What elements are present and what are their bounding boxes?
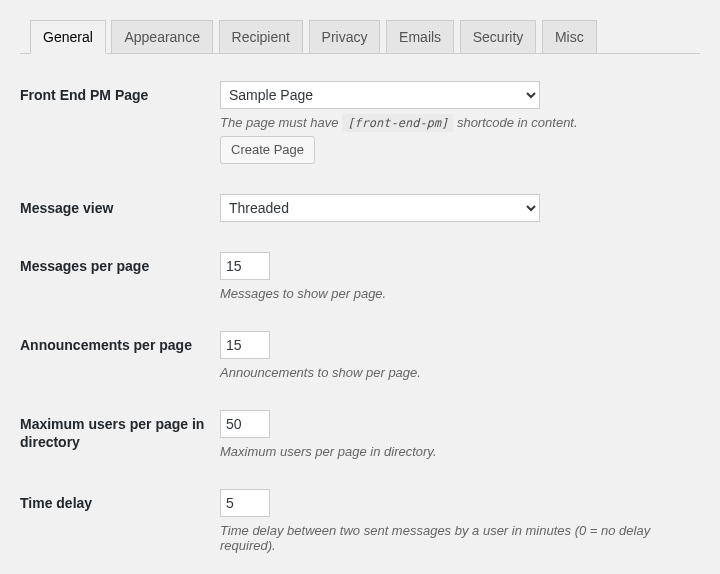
- tab-privacy[interactable]: Privacy: [309, 20, 381, 54]
- tab-general[interactable]: General: [30, 20, 106, 54]
- label-message-view: Message view: [20, 179, 220, 237]
- create-page-button[interactable]: Create Page: [220, 136, 315, 164]
- label-pm-page: Front End PM Page: [20, 66, 220, 179]
- shortcode-code: [front-end-pm]: [342, 114, 453, 132]
- select-message-view[interactable]: Threaded: [220, 194, 540, 222]
- label-announcements-per-page: Announcements per page: [20, 316, 220, 395]
- input-messages-per-page[interactable]: [220, 252, 270, 280]
- label-time-delay: Time delay: [20, 474, 220, 568]
- input-time-delay[interactable]: [220, 489, 270, 517]
- tab-security[interactable]: Security: [460, 20, 537, 54]
- tab-recipient[interactable]: Recipient: [219, 20, 303, 54]
- tab-misc[interactable]: Misc: [542, 20, 597, 54]
- help-time-delay: Time delay between two sent messages by …: [220, 523, 690, 553]
- tab-appearance[interactable]: Appearance: [111, 20, 213, 54]
- label-users-per-page: Maximum users per page in directory: [20, 395, 220, 474]
- input-users-per-page[interactable]: [220, 410, 270, 438]
- select-pm-page[interactable]: Sample Page: [220, 81, 540, 109]
- help-users-per-page: Maximum users per page in directory.: [220, 444, 690, 459]
- help-messages-per-page: Messages to show per page.: [220, 286, 690, 301]
- label-editor-type: Editor Type: [20, 568, 220, 574]
- settings-form: Front End PM Page Sample Page The page m…: [20, 66, 700, 574]
- help-announcements-per-page: Announcements to show per page.: [220, 365, 690, 380]
- tab-bar: General Appearance Recipient Privacy Ema…: [20, 20, 700, 54]
- help-pm-page: The page must have [front-end-pm] shortc…: [220, 115, 690, 130]
- tab-emails[interactable]: Emails: [386, 20, 454, 54]
- input-announcements-per-page[interactable]: [220, 331, 270, 359]
- label-messages-per-page: Messages per page: [20, 237, 220, 316]
